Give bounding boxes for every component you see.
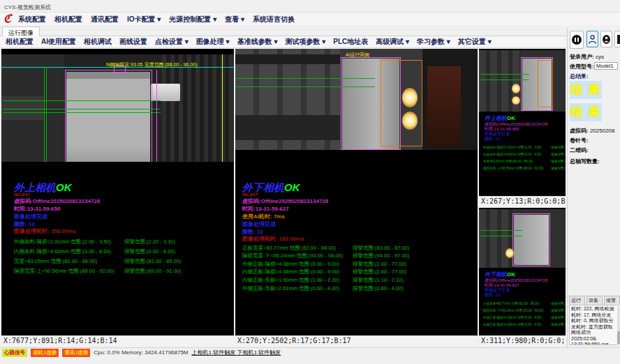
user-button[interactable] (586, 31, 598, 47)
measurement-row: 正极宽度=83.77mm 范围:(82.00 - 88.00)报警范围:(83.… (483, 301, 539, 305)
measurement-row: 外侧正极-隔膜=4.38mm 范围:(0.00 - 9.00)报警范围:(2.0… (242, 261, 478, 268)
cell-tab-connector (151, 84, 180, 101)
camera-panel-left[interactable]: N侧隔膜宽:93.05 宽度范围:(88.00 - 96.00) 外上相机OK … (1, 49, 234, 346)
camera-panel-middle[interactable]: AI运行画面 外下相机OK NG:0/17 虚拟码:Offline2025020… (235, 49, 478, 346)
camera-left-done: 图像处理完成 (14, 213, 47, 220)
camera-middle-status: X:270;Y:2502;R:17;G:17;B:17 (235, 335, 478, 346)
menu-system-config[interactable]: 系统配置 (18, 15, 46, 24)
virtual-code-row: 虚拟码: 20250208 (570, 127, 615, 135)
tool-advanced-debug[interactable]: 高级调试 ▾ (376, 37, 409, 47)
camera-middle-done: 图像处理完成 (242, 220, 276, 228)
right-sidebar: 登录用户: cys 使用型号: Model1 总结果: 结 果 结 果 虚拟码:… (567, 28, 620, 347)
app-window: CYS-视觉检测系统 ℭ 系统配置 相机配置 通讯配置 IO卡配置 ▾ 光源控制… (0, 0, 620, 364)
tool-plc-address[interactable]: PLC地址表 (333, 37, 368, 47)
camera-left-annotation: N侧隔膜宽:93.05 宽度范围:(88.00 - 96.00) (106, 61, 197, 68)
door-exit-icon (617, 34, 620, 45)
thumb-top-image (479, 50, 566, 112)
measurement-row: 外侧余料-隔膜=2.91mm 范围:(2.00 - 3.50)报警范围:(2.2… (14, 238, 234, 245)
menu-io-config[interactable]: IO卡配置 ▾ (127, 15, 161, 24)
tool-camera-debug[interactable]: 相机调试 (84, 37, 112, 47)
window-title: CYS-视觉检测系统 (4, 3, 51, 11)
measurement-row: 内侧正极-隔膜=4.38mm 范围:(0.00 - 9.00)报警范围:(2.0… (483, 322, 541, 326)
measurement-row: 外侧正极-负极=2.61mm 范围:(0.60 - 4.00)报警范围:(0.6… (242, 285, 478, 292)
model-label: 使用型号: (570, 63, 594, 70)
result-badge-1: 结 果 (570, 81, 602, 99)
pin-number-label: 卷针号: (570, 137, 589, 144)
camera-left-code: 虚拟码:Offline2025020813134728 (14, 197, 100, 205)
camera-middle-ng: NG:0/17 (242, 192, 258, 197)
comm-link-badge: 通讯1连接 (62, 349, 90, 357)
measurement-row: 宽度=83.05mm 范围:(80.00 - 86.00)报警范围:(81.00… (483, 159, 533, 162)
measurement-row: 外侧正极-隔膜=4.38mm 范围:(0.00 - 9.00)报警范围:(2.0… (483, 315, 541, 319)
person-filled-icon (602, 34, 611, 45)
camera-middle-image: AI运行画面 (235, 49, 478, 150)
measurement-row: 内侧余料-隔膜=4.60mm 范围:(3.00 - 6.00)报警范围:(0.0… (483, 152, 541, 156)
tool-test-params[interactable]: 测试项参数 ▾ (285, 37, 325, 47)
measurement-row: 外侧余料-隔膜=2.91mm 范围:(2.00 - 3.50)报警范围:(2.2… (483, 145, 541, 149)
tool-camera-config[interactable]: 相机配置 (6, 37, 34, 47)
measurement-row: 内侧正极-负极=1.90mm 范围:(1.00 - 2.20)报警范围:(1.1… (242, 277, 478, 284)
tool-ai-config[interactable]: AI使用配置 (41, 37, 76, 47)
model-select[interactable]: Model1 (594, 62, 618, 70)
cell-outline-overlay (65, 70, 152, 162)
measurement-row: 隔膜宽度-上=90.56mm 范围:(88.00 - 92.00)报警范围:(8… (14, 268, 234, 275)
measurement-row: 内侧余料-隔膜=4.60mm 范围:(3.00 - 6.00)报警范围:(0.0… (14, 248, 234, 255)
measurement-row: 宽度=83.05mm 范围:(80.00 - 86.00)报警范围:(81.00… (14, 258, 234, 265)
tool-drawline-settings[interactable]: 画线设置 (119, 37, 147, 47)
tab-strip: 运行图像 (0, 25, 620, 36)
measurement-row: 内侧正极-隔膜=4.38mm 范围:(0.00 - 9.00)报警范围:(2.0… (242, 268, 478, 275)
toolbar: 相机配置 AI使用配置 相机调试 画线设置 点检设置 ▾ 图像处理 ▾ 基准线参… (0, 36, 566, 48)
pause-icon (572, 35, 582, 45)
camera-left-ng: NG:0/17 (14, 192, 29, 197)
login-user-row: 登录用户: cys (570, 53, 604, 61)
qr-code-label: 二维码: (570, 146, 589, 154)
camera-left-image: N侧隔膜宽:93.05 宽度范围:(88.00 - 96.00) (1, 54, 234, 162)
exit-button[interactable] (614, 31, 620, 47)
measurement-row: 隔膜宽度-下=95.24mm 范围:(93.00 - 98.00)报警范围:(9… (242, 252, 478, 259)
menu-comm-config[interactable]: 通讯配置 (91, 15, 119, 24)
camera-left-elapsed: 图像处理耗时: 258.00ms (14, 227, 76, 235)
operator-button[interactable] (600, 31, 612, 47)
measurement-row: 隔膜宽度-上=90.56mm 范围:(88.00 - 92.00)报警范围:(8… (483, 166, 543, 169)
pause-button[interactable] (570, 31, 584, 49)
measurement-row: 正极宽度=83.77mm 范围:(82.00 - 88.00)报警范围:(83.… (242, 245, 478, 252)
total-result-label: 总结果: (570, 73, 589, 80)
tool-other-settings[interactable]: 其它设置 ▾ (458, 37, 492, 47)
thumb-bottom-turns: 圈数: 13 (485, 292, 500, 298)
thumb-bottom-image (479, 209, 566, 268)
camera-trigger-links[interactable]: 上相机1:软件触发 下相机1:软件触发 (192, 349, 281, 356)
camera-middle-elapsed: 图像处理耗时: 183.00ms (242, 235, 304, 243)
camera-middle-time: 时间:13-31-59-627 (242, 205, 289, 213)
log-scrollbar[interactable] (617, 305, 620, 345)
thumb-top-status: X:267;Y:13;R:0;G:0;B:0 (479, 196, 566, 206)
camera-panel-thumb-bottom[interactable]: 外下相机OK 虚拟码:Offline2025020813134728 时间:13… (479, 208, 566, 346)
tool-baseline-params[interactable]: 基准线参数 ▾ (237, 37, 278, 47)
menu-camera-config[interactable]: 相机配置 (54, 15, 82, 24)
tool-image-processing[interactable]: 图像处理 ▾ (196, 37, 230, 47)
heartbeat-badge: 心跳信号 (2, 349, 27, 357)
menu-language-switch[interactable]: 系统语言切换 (253, 15, 295, 24)
log-textarea[interactable]: 耗时: 222, 网络检测耗时: 17, 网络分发耗时: 0, 网络获取分发耗时… (569, 305, 618, 345)
thumb-top-turns: 圈数: 13 (485, 136, 500, 142)
menu-bar: ℭ 系统配置 相机配置 通讯配置 IO卡配置 ▾ 光源控制配置 ▾ 查看 ▾ 系… (0, 13, 620, 25)
camera-left-time: 时间:13-31-59-650 (14, 205, 61, 213)
cpu-memory-text: Cpu: 0.0% Memory: 3424.41796875M (94, 349, 188, 356)
camera-link-badge: 相机1连接 (31, 349, 59, 357)
write-count-label: 总轴写数量: (570, 158, 600, 165)
camera-left-status: X:7677;Y:891;R:14;G:14;B:14 (1, 335, 234, 346)
menu-view[interactable]: 查看 ▾ (225, 15, 244, 24)
camera-middle-ai-time: 使用AI耗时: 7ms (242, 213, 285, 220)
menu-light-config[interactable]: 光源控制配置 ▾ (169, 15, 216, 24)
result-badge-2: 结 果 (570, 103, 602, 121)
camera-middle-code: 虚拟码:Offline2025020813134728 (242, 197, 328, 205)
person-circle-icon (588, 34, 597, 45)
title-bar: CYS-视觉检测系统 (0, 0, 620, 13)
tool-learning-params[interactable]: 学习参数 ▾ (417, 37, 450, 47)
camera-panel-thumb-top[interactable]: 外上相机OK 虚拟码:Offline2025020813134728 时间:13… (479, 49, 566, 206)
tool-spotcheck-settings[interactable]: 点检设置 ▾ (155, 37, 189, 47)
status-bar: 心跳信号 相机1连接 通讯1连接 Cpu: 0.0% Memory: 3424.… (0, 347, 620, 357)
measurement-row: 隔膜宽度-下=95.24mm 范围:(93.00 - 98.00)报警范围:(9… (483, 308, 543, 312)
thumb-bottom-status: X:311;Y:980;R:0;G:0;B:0 (479, 335, 566, 346)
camera-middle-annotation: AI运行画面 (346, 52, 370, 59)
tab-run-image[interactable]: 运行图像 (2, 26, 40, 36)
